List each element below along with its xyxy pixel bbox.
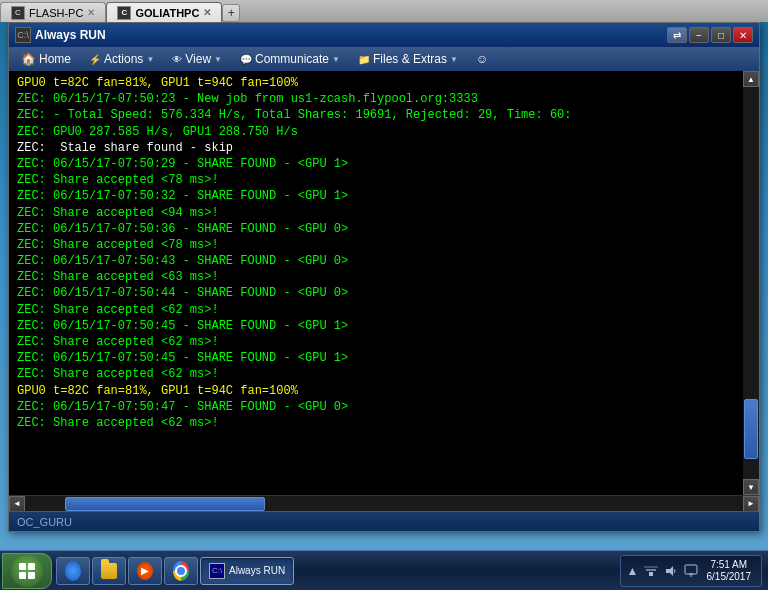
taskbar-right: ▲ <box>614 551 768 590</box>
window-close-button[interactable]: ✕ <box>733 27 753 43</box>
terminal-line: ZEC: Share accepted <62 ms>! <box>17 415 735 431</box>
terminal-line: ZEC: Share accepted <78 ms>! <box>17 172 735 188</box>
taskbar-item-folder[interactable] <box>92 557 126 585</box>
svg-rect-20 <box>685 565 697 574</box>
svg-rect-12 <box>19 563 26 570</box>
scroll-track <box>744 87 758 479</box>
terminal-line: ZEC: 06/15/17-07:50:44 - SHARE FOUND - <… <box>17 285 735 301</box>
menu-actions-arrow: ▼ <box>146 55 154 64</box>
terminal-line: ZEC: 06/15/17-07:50:23 - New job from us… <box>17 91 735 107</box>
terminal-line: ZEC: 06/15/17-07:50:45 - SHARE FOUND - <… <box>17 318 735 334</box>
taskbar-item-cmd[interactable]: C:\ Always RUN <box>200 557 294 585</box>
windows-logo-icon <box>17 561 37 581</box>
terminal-content[interactable]: GPU0 t=82C fan=81%, GPU1 t=94C fan=100%Z… <box>9 71 743 435</box>
window-maximize-button[interactable]: □ <box>711 27 731 43</box>
menu-files-arrow: ▼ <box>450 55 458 64</box>
tray-icon-network[interactable] <box>643 563 659 579</box>
menu-communicate-label: Communicate <box>255 52 329 66</box>
menu-actions[interactable]: ⚡ Actions ▼ <box>81 49 162 69</box>
tray-icon-monitor[interactable] <box>683 563 699 579</box>
terminal-window-icon: C:\ <box>15 27 31 43</box>
tab-flash-pc-close[interactable]: ✕ <box>87 7 95 18</box>
svg-rect-15 <box>28 572 35 579</box>
scroll-up-button[interactable]: ▲ <box>743 71 759 87</box>
window-swap-button[interactable]: ⇄ <box>667 27 687 43</box>
tray-icon-volume[interactable] <box>663 563 679 579</box>
h-scroll-left-button[interactable]: ◄ <box>9 496 25 512</box>
title-bar-controls: ⇄ − □ ✕ <box>667 27 753 43</box>
taskbar-cmd-label: Always RUN <box>229 565 285 576</box>
desktop: C FLASH-PC ✕ C GOLIATHPC ✕ + <box>0 0 768 590</box>
terminal-line: ZEC: - Total Speed: 576.334 H/s, Total S… <box>17 107 735 123</box>
new-tab-button[interactable]: + <box>222 4 240 22</box>
menu-communicate-arrow: ▼ <box>332 55 340 64</box>
media-player-icon: ▶ <box>137 563 153 579</box>
ie-icon <box>65 563 81 579</box>
terminal-line: ZEC: 06/15/17-07:50:45 - SHARE FOUND - <… <box>17 350 735 366</box>
menu-view-label: View <box>185 52 211 66</box>
h-scroll-right-button[interactable]: ► <box>743 496 759 512</box>
folder-icon <box>101 563 117 579</box>
taskbar: ▶ C:\ Always RUN ▲ <box>0 550 768 590</box>
system-clock[interactable]: 7:51 AM 6/15/2017 <box>703 559 756 583</box>
terminal-output: GPU0 t=82C fan=81%, GPU1 t=94C fan=100%Z… <box>9 71 743 495</box>
tray-expand-button[interactable]: ▲ <box>627 564 639 578</box>
terminal-line: GPU0 t=82C fan=81%, GPU1 t=94C fan=100% <box>17 383 735 399</box>
tab-flash-pc[interactable]: C FLASH-PC ✕ <box>0 2 106 22</box>
svg-rect-17 <box>646 569 656 571</box>
taskbar-item-ie[interactable] <box>56 557 90 585</box>
system-tray: ▲ <box>620 555 762 587</box>
terminal-line: ZEC: Share accepted <62 ms>! <box>17 366 735 382</box>
tab-goliathpc-close[interactable]: ✕ <box>203 7 211 18</box>
status-text: OC_GURU <box>17 516 72 528</box>
terminal-line: ZEC: GPU0 287.585 H/s, GPU1 288.750 H/s <box>17 124 735 140</box>
menu-smiley-label: ☺ <box>476 52 488 66</box>
terminal-line: ZEC: Stale share found - skip <box>17 140 735 156</box>
tab-goliathpc-icon: C <box>117 6 131 20</box>
browser-tab-bar: C FLASH-PC ✕ C GOLIATHPC ✕ + <box>0 0 768 22</box>
svg-rect-13 <box>28 563 35 570</box>
terminal-line: GPU0 t=82C fan=81%, GPU1 t=94C fan=100% <box>17 75 735 91</box>
h-scroll-track <box>25 497 743 511</box>
window-minimize-button[interactable]: − <box>689 27 709 43</box>
menu-home[interactable]: 🏠 Home <box>13 49 79 69</box>
chrome-icon <box>173 563 189 579</box>
scroll-thumb[interactable] <box>744 399 758 459</box>
start-orb <box>11 555 43 587</box>
menu-files[interactable]: 📁 Files & Extras ▼ <box>350 49 466 69</box>
menu-view-arrow: ▼ <box>214 55 222 64</box>
menu-bar: 🏠 Home ⚡ Actions ▼ 👁 View ▼ 💬 Communicat… <box>9 47 759 71</box>
tab-goliathpc-label: GOLIATHPC <box>135 7 199 19</box>
h-scroll-thumb[interactable] <box>65 497 265 511</box>
terminal-line: ZEC: 06/15/17-07:50:36 - SHARE FOUND - <… <box>17 221 735 237</box>
status-bar: OC_GURU <box>9 511 759 531</box>
menu-communicate[interactable]: 💬 Communicate ▼ <box>232 49 348 69</box>
terminal-line: ZEC: Share accepted <62 ms>! <box>17 302 735 318</box>
terminal-line: ZEC: Share accepted <63 ms>! <box>17 269 735 285</box>
taskbar-item-media[interactable]: ▶ <box>128 557 162 585</box>
taskbar-items: ▶ C:\ Always RUN <box>52 551 614 590</box>
menu-view[interactable]: 👁 View ▼ <box>164 49 230 69</box>
svg-rect-18 <box>644 566 658 568</box>
tab-goliathpc[interactable]: C GOLIATHPC ✕ <box>106 2 222 22</box>
start-button[interactable] <box>2 553 52 589</box>
menu-smiley[interactable]: ☺ <box>468 49 496 69</box>
terminal-line: ZEC: 06/15/17-07:50:29 - SHARE FOUND - <… <box>17 156 735 172</box>
terminal-scrollbar: ▲ ▼ <box>743 71 759 495</box>
terminal-line: ZEC: 06/15/17-07:50:43 - SHARE FOUND - <… <box>17 253 735 269</box>
menu-files-label: Files & Extras <box>373 52 447 66</box>
tab-flash-pc-label: FLASH-PC <box>29 7 83 19</box>
svg-marker-19 <box>666 566 673 576</box>
svg-rect-16 <box>649 572 653 576</box>
horizontal-scrollbar: ◄ ► <box>9 495 759 511</box>
cmd-icon: C:\ <box>209 563 225 579</box>
svg-rect-14 <box>19 572 26 579</box>
scroll-down-button[interactable]: ▼ <box>743 479 759 495</box>
clock-time: 7:51 AM <box>710 559 747 571</box>
menu-actions-label: Actions <box>104 52 143 66</box>
tab-flash-pc-icon: C <box>11 6 25 20</box>
taskbar-item-chrome[interactable] <box>164 557 198 585</box>
menu-home-label: Home <box>39 52 71 66</box>
terminal-scroll-area: GPU0 t=82C fan=81%, GPU1 t=94C fan=100%Z… <box>9 71 759 495</box>
title-bar-text: Always RUN <box>35 28 663 42</box>
